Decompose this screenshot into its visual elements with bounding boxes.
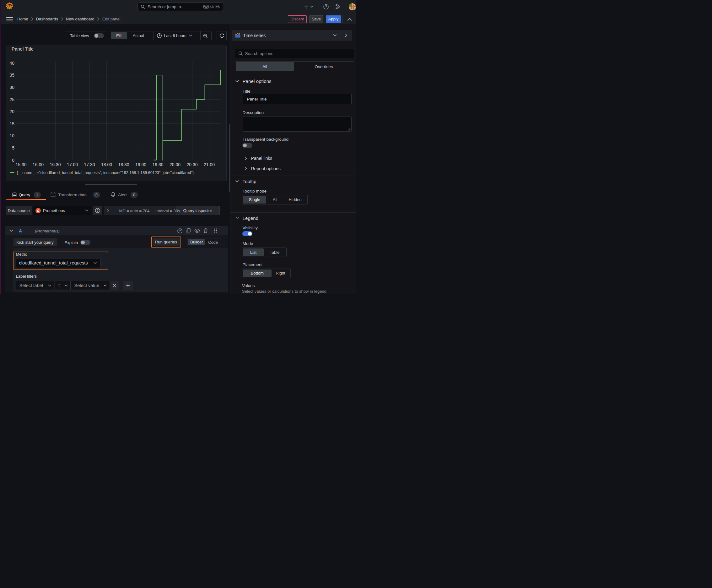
svg-text:21:00: 21:00 [204, 162, 215, 167]
svg-text:0: 0 [12, 158, 15, 163]
svg-text:17:00: 17:00 [67, 162, 78, 167]
svg-text:20:30: 20:30 [187, 162, 197, 167]
svg-text:20: 20 [9, 109, 15, 114]
svg-text:{__name__="cloudflared_tunnel_: {__name__="cloudflared_tunnel_total_requ… [17, 171, 194, 175]
svg-text:18:00: 18:00 [101, 162, 112, 167]
svg-text:15: 15 [9, 121, 15, 126]
svg-text:16:00: 16:00 [33, 162, 44, 167]
svg-text:40: 40 [9, 61, 15, 66]
svg-text:30: 30 [9, 85, 15, 90]
svg-text:20:00: 20:00 [170, 162, 180, 167]
svg-text:19:00: 19:00 [135, 162, 146, 167]
svg-text:10: 10 [9, 133, 15, 138]
svg-text:19:30: 19:30 [152, 162, 163, 167]
svg-text:35: 35 [9, 72, 15, 78]
svg-text:5: 5 [12, 145, 15, 150]
svg-text:18:30: 18:30 [118, 162, 129, 167]
svg-text:16:30: 16:30 [50, 162, 61, 167]
svg-text:17:30: 17:30 [84, 162, 95, 167]
svg-text:15:30: 15:30 [15, 162, 26, 167]
svg-text:25: 25 [9, 97, 15, 102]
